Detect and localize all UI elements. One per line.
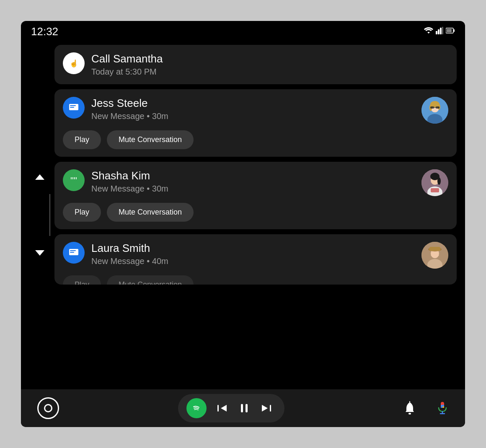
status-icons (424, 27, 455, 36)
status-bar: 12:32 (21, 21, 465, 41)
card-jess-steele: Jess Steele New Message • 30m (54, 89, 457, 157)
quote-icon-container: " " (63, 169, 85, 191)
svg-rect-6 (447, 29, 452, 32)
svg-text:☝: ☝ (70, 59, 78, 68)
media-controls (63, 394, 400, 422)
svg-rect-32 (70, 252, 74, 253)
media-pill (178, 394, 284, 422)
card-title-jess: Jess Steele (91, 97, 415, 110)
card-actions-jess: Play Mute Conversation (63, 130, 448, 149)
prev-button[interactable] (212, 398, 233, 418)
play-button-shasha[interactable]: Play (63, 203, 101, 222)
card-header: ☝ Call Samantha Today at 5:30 PM (63, 52, 448, 77)
battery-icon (446, 27, 455, 36)
home-button[interactable] (37, 397, 59, 419)
svg-rect-3 (442, 27, 443, 34)
svg-rect-11 (70, 107, 74, 108)
svg-rect-29 (431, 188, 439, 192)
play-button-laura[interactable]: Play (63, 275, 101, 285)
card-subtitle-jess: New Message • 30m (91, 111, 415, 121)
play-button-jess[interactable]: Play (63, 130, 101, 149)
scroll-down-button[interactable] (34, 249, 46, 257)
card-text: Laura Smith New Message • 40m (91, 242, 415, 266)
card-actions-shasha: Play Mute Conversation (63, 203, 448, 222)
message-icon-container (63, 97, 85, 119)
card-text: Shasha Kim New Message • 30m (91, 169, 415, 194)
main-content: ☝ Call Samantha Today at 5:30 PM (21, 41, 465, 389)
card-text: Jess Steele New Message • 30m (91, 97, 415, 121)
svg-rect-47 (441, 407, 442, 408)
svg-rect-41 (246, 404, 248, 412)
card-text: Call Samantha Today at 5:30 PM (91, 52, 448, 77)
svg-rect-31 (70, 250, 76, 251)
card-header: Jess Steele New Message • 30m (63, 97, 448, 124)
sidebar-nav (21, 41, 54, 389)
bottom-bar (21, 389, 465, 427)
message-icon-container-laura (63, 242, 85, 264)
mic-icon[interactable] (432, 398, 452, 418)
cards-container: ☝ Call Samantha Today at 5:30 PM (54, 41, 465, 389)
device-frame: 12:32 (21, 21, 465, 427)
card-laura-smith: Laura Smith New Message • 40m (54, 234, 457, 285)
bell-icon[interactable] (400, 398, 420, 418)
svg-rect-42 (270, 405, 271, 412)
spotify-icon[interactable] (186, 398, 207, 418)
svg-rect-48 (442, 407, 444, 408)
wifi-icon (424, 27, 433, 36)
signal-icon (436, 27, 443, 36)
next-button[interactable] (256, 398, 276, 418)
avatar-image-jess (421, 97, 448, 124)
mute-button-laura[interactable]: Mute Conversation (107, 275, 194, 285)
scroll-up-button[interactable] (34, 173, 46, 181)
svg-rect-19 (430, 106, 434, 109)
status-time: 12:32 (31, 25, 58, 38)
svg-rect-37 (429, 247, 441, 251)
card-header: " " Shasha Kim New Message • 30m (63, 169, 448, 196)
pause-button[interactable] (234, 398, 254, 418)
svg-rect-5 (454, 29, 455, 32)
svg-rect-10 (70, 105, 76, 106)
svg-rect-39 (217, 405, 219, 412)
home-inner-circle (44, 404, 52, 412)
mute-button-jess[interactable]: Mute Conversation (107, 130, 194, 149)
mute-button-shasha[interactable]: Mute Conversation (107, 203, 194, 222)
svg-rect-20 (436, 106, 439, 109)
card-subtitle-laura: New Message • 40m (91, 256, 415, 266)
svg-rect-2 (440, 28, 442, 34)
svg-text:": " (70, 175, 74, 186)
avatar-jess (421, 97, 448, 124)
home-button-area (34, 397, 63, 419)
card-actions-laura: Play Mute Conversation (63, 275, 448, 285)
svg-rect-0 (436, 31, 437, 34)
avatar-laura (421, 242, 448, 269)
svg-text:": " (74, 175, 77, 186)
card-header: Laura Smith New Message • 40m (63, 242, 448, 269)
avatar-shasha (421, 169, 448, 196)
bottom-right-icons (400, 398, 452, 418)
card-shasha-kim: " " Shasha Kim New Message • 30m (54, 162, 457, 229)
card-title: Call Samantha (91, 52, 448, 65)
card-call-samantha: ☝ Call Samantha Today at 5:30 PM (54, 45, 457, 84)
svg-rect-1 (438, 29, 439, 34)
call-icon-container: ☝ (63, 52, 85, 74)
svg-point-28 (437, 177, 441, 185)
card-title-laura: Laura Smith (91, 242, 415, 255)
card-subtitle: Today at 5:30 PM (91, 67, 448, 77)
card-title-shasha: Shasha Kim (91, 169, 415, 182)
svg-rect-40 (241, 404, 243, 412)
svg-point-43 (408, 413, 411, 414)
card-subtitle-shasha: New Message • 30m (91, 184, 415, 194)
